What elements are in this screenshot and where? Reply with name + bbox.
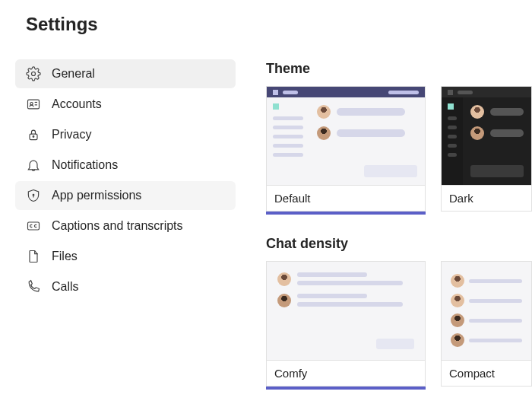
selection-indicator bbox=[266, 387, 426, 390]
sidebar-item-label: Captions and transcripts bbox=[52, 219, 183, 233]
sidebar-item-label: Accounts bbox=[52, 97, 102, 111]
sidebar-item-files[interactable]: Files bbox=[15, 242, 236, 271]
selection-indicator bbox=[441, 387, 532, 390]
lock-icon bbox=[26, 127, 41, 142]
chat-density-preview-comfy bbox=[266, 261, 426, 360]
sidebar-item-captions[interactable]: Captions and transcripts bbox=[15, 212, 236, 240]
chat-density-option-label: Comfy bbox=[266, 360, 426, 387]
theme-option-label: Default bbox=[266, 185, 426, 212]
svg-point-6 bbox=[33, 136, 34, 138]
id-card-icon bbox=[26, 97, 41, 112]
chat-density-options: Comfy Compact bbox=[266, 261, 532, 390]
selection-indicator bbox=[266, 212, 426, 215]
phone-icon bbox=[26, 279, 41, 294]
section-title-chat-density: Chat density bbox=[266, 236, 532, 252]
sidebar-item-label: General bbox=[52, 67, 95, 81]
sidebar-item-app-permissions[interactable]: App permissions bbox=[15, 181, 236, 210]
sidebar-item-label: Privacy bbox=[52, 128, 91, 142]
bell-icon bbox=[26, 158, 41, 173]
theme-option-label: Dark bbox=[441, 185, 532, 212]
sidebar-item-label: Notifications bbox=[52, 158, 118, 172]
svg-point-0 bbox=[32, 72, 36, 76]
settings-layout: General Accounts Privacy Notifications A bbox=[0, 59, 532, 411]
sidebar-item-accounts[interactable]: Accounts bbox=[15, 90, 236, 119]
chat-density-option-compact[interactable]: Compact bbox=[441, 261, 532, 390]
svg-point-7 bbox=[33, 194, 34, 196]
sidebar-item-privacy[interactable]: Privacy bbox=[15, 120, 236, 149]
svg-rect-9 bbox=[28, 222, 40, 230]
theme-preview-dark bbox=[441, 86, 532, 185]
sidebar-item-label: Files bbox=[52, 250, 78, 263]
cc-icon bbox=[26, 218, 41, 234]
chat-density-option-label: Compact bbox=[441, 360, 532, 387]
selection-indicator bbox=[441, 212, 532, 215]
section-title-theme: Theme bbox=[266, 61, 532, 77]
settings-sidebar: General Accounts Privacy Notifications A bbox=[15, 59, 236, 411]
file-icon bbox=[26, 249, 41, 264]
shield-icon bbox=[26, 188, 41, 203]
page-title: Settings bbox=[0, 14, 532, 35]
sidebar-item-notifications[interactable]: Notifications bbox=[15, 151, 236, 180]
sidebar-item-calls[interactable]: Calls bbox=[15, 272, 236, 301]
theme-option-default[interactable]: Default bbox=[266, 86, 426, 215]
chat-density-preview-compact bbox=[441, 261, 532, 360]
sidebar-item-label: Calls bbox=[52, 280, 79, 294]
chat-density-option-comfy[interactable]: Comfy bbox=[266, 261, 426, 390]
theme-option-dark[interactable]: Dark bbox=[441, 86, 532, 215]
sidebar-item-general[interactable]: General bbox=[15, 59, 236, 88]
svg-point-2 bbox=[30, 103, 33, 105]
gear-icon bbox=[26, 66, 41, 81]
sidebar-item-label: App permissions bbox=[52, 189, 141, 202]
settings-main: Theme bbox=[266, 59, 532, 411]
theme-preview-default bbox=[266, 86, 426, 185]
theme-options: Default bbox=[266, 86, 532, 215]
svg-rect-1 bbox=[28, 100, 40, 109]
